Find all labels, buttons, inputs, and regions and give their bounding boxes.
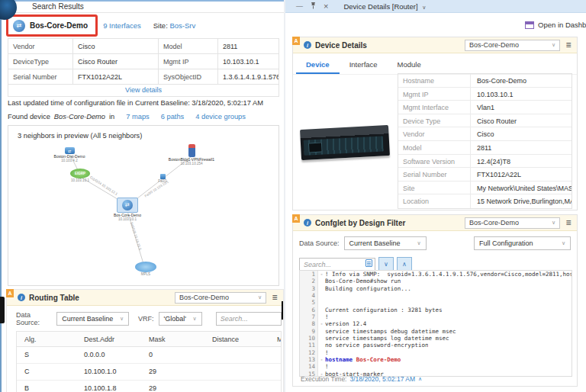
cell-dest: 10.100.1.8 [76,381,141,392]
search-in-doc-icon[interactable] [365,259,372,267]
topology-map[interactable]: ⇄ Boston-Dist-Demo 10.103.4.2 EIGRP 10.1… [8,126,279,285]
cell-mask: 29 [141,381,204,392]
left-edge-handle[interactable] [0,297,5,323]
table-row[interactable]: S 0.0.0.0 0 [17,347,281,364]
column-header[interactable]: Mask [141,332,204,346]
fold-toggle[interactable] [318,335,325,342]
panel-title-dropdown[interactable]: Device Details [Router] ∨ [343,2,426,11]
device-name[interactable]: Bos-Core-Demo [30,21,88,30]
find-prev-button[interactable]: ∧ [397,257,412,271]
fold-toggle[interactable] [318,328,325,335]
fold-toggle[interactable] [318,349,325,356]
config-filter-select[interactable]: Full Configuration ∨ [474,236,571,250]
line-number: 9 [300,328,318,335]
column-header[interactable]: Met [269,332,281,346]
column-header[interactable]: Dest.Addr [76,332,141,346]
tab-module[interactable]: Module [388,57,431,74]
paths-link[interactable]: 6 paths [161,113,185,120]
open-in-dashboard[interactable]: Open in Dashboard [525,21,586,29]
summary-label: Vendor [8,39,73,53]
vrf-select[interactable]: 'Global' ∨ [159,312,202,326]
device-selector[interactable]: Bos-Core-Demo ∨ [465,40,560,51]
data-source-label: Data Source: [299,239,340,247]
routing-search-input[interactable] [216,312,282,326]
widget-title: Device Details [315,41,367,50]
property-row: Model 2811 [398,141,572,155]
code-hostname-value: Bos-Core-Demo [356,356,401,363]
fold-toggle[interactable] [318,285,325,292]
line-number: 10 [300,335,318,342]
divider-drag-handle[interactable] [282,301,283,320]
property-value: 12.4(24)T8 [471,155,572,168]
topology-node-firewall[interactable]: BostonBldg1-VPNFirewall1 10.103.10.254 [157,144,226,166]
minimize-icon[interactable]: — [296,2,303,10]
device-selector[interactable]: Bos-Core-Demo ∨ [175,292,266,304]
device-selector[interactable]: Bos-Core-Demo ∨ [465,217,560,229]
widget-menu-icon[interactable]: ≡ [560,217,577,228]
code-text: service timestamps debug datetime msec [325,328,456,335]
device-result-row: ⇄ Bos-Core-Demo 9 Interfaces Site: Bos-S… [6,14,195,37]
widget-menu-icon[interactable]: ≡ [266,292,283,303]
data-source-select[interactable]: Current Baseline ∨ [344,236,427,250]
execution-time-value[interactable]: 3/18/2020, 5:02:17 AM [349,375,415,383]
widget-title: Confglet by Design Filter [315,219,405,227]
switch-icon: ⇄ [65,147,75,154]
fold-toggle[interactable] [318,313,325,320]
collapse-icon[interactable]: ∧ [418,376,422,382]
fold-toggle[interactable]: - [318,356,325,363]
view-details-link[interactable]: View details [125,86,162,94]
fold-toggle[interactable] [318,299,325,306]
fold-toggle[interactable] [318,363,325,370]
topology-node-core-selected[interactable]: ⇄ Bos-Core-Demo 10.103.10.1 [93,198,162,222]
fold-toggle[interactable]: - [318,320,325,327]
panel-title: Device Details [Router] [343,2,417,11]
info-icon[interactable]: i [304,219,311,227]
table-row[interactable]: B 10.100.1.8 29 [17,381,281,392]
info-icon[interactable]: i [18,294,25,301]
code-plain: Bos-Core-Demo#show run [325,278,401,284]
property-value: 10.103.10.1 [471,88,572,101]
info-icon[interactable]: i [304,41,311,49]
found-device-row: Found device Bos-Core-Demo in 7 maps 6 p… [8,113,246,120]
summary-row: Vendor Cisco Model 2811 [8,39,279,54]
interfaces-link[interactable]: 9 Interfaces [103,21,141,30]
found-mid: in [109,113,114,120]
summary-label: SysObjectID [159,69,218,84]
fold-toggle[interactable] [318,307,325,313]
fold-toggle[interactable] [318,292,325,299]
routing-search [216,312,282,326]
find-next-button[interactable]: ∨ [378,257,394,271]
code-line: 2 Bos-Core-Demo#show run [300,278,572,284]
fold-toggle[interactable]: - [318,271,325,278]
chevron-down-icon: ∨ [552,220,555,226]
line-number: 6 [300,307,318,313]
summary-row: Serial Number FTX1012A22L SysObjectID 1.… [8,69,279,85]
column-header[interactable]: Alg. [17,332,76,346]
widget-menu-icon[interactable]: ≡ [560,40,577,50]
router-device-icon: ⇄ [13,20,25,32]
site-link[interactable]: Bos-Srv [169,21,195,30]
topology-node-eigrp[interactable]: EIGRP 10.103.10.1 [46,169,114,183]
line-number: 1 [300,271,318,278]
config-code-viewer[interactable]: 1 - ! Info via SNMP: sysoid=1.3.6.1.4.1.… [299,270,572,377]
line-number: 4 [300,292,318,299]
topology-node-mpls[interactable]: MPLS [111,262,180,277]
node-ip: 10.103.10.1 [71,178,89,183]
pin-icon[interactable] [311,2,316,11]
tab-device[interactable]: Device [296,57,340,74]
search-results-title: Search Results [2,2,284,13]
tab-interface[interactable]: Interface [340,57,388,74]
line-number: 14 [300,363,318,370]
data-source-select[interactable]: Current Baseline ∨ [56,312,129,326]
maps-link[interactable]: 7 maps [126,113,150,120]
routing-table-widget: A i Routing Table Bos-Core-Demo ∨ ≡ Data… [6,289,284,392]
device-selector-value: Bos-Core-Demo [469,41,519,49]
column-header[interactable]: Distance [204,332,269,346]
close-icon[interactable]: × [324,2,328,10]
fold-toggle[interactable] [318,342,325,349]
confglet-header: A i Confglet by Design Filter Bos-Core-D… [293,215,577,231]
topology-node-switch[interactable]: ⇄ Boston-Dist-Demo 10.103.4.2 [35,147,104,163]
fold-toggle[interactable] [318,278,325,284]
table-row[interactable]: C 10.100.1.0 29 [17,364,281,381]
device-groups-link[interactable]: 4 device groups [195,113,246,120]
